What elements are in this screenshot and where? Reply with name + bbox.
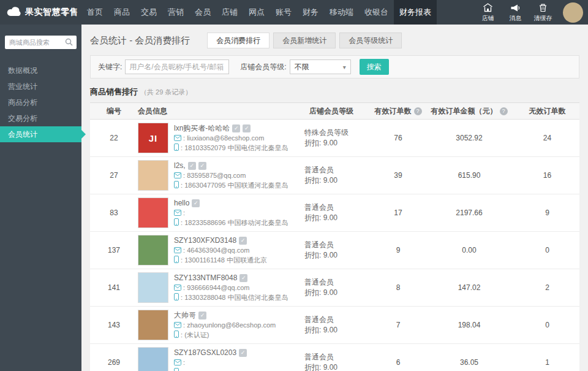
shop-button[interactable]: 店铺 bbox=[474, 0, 502, 25]
grade-select[interactable]: 不限 ▾ bbox=[290, 59, 351, 74]
member-avatar bbox=[138, 235, 168, 266]
nav-item[interactable]: 财务报表 bbox=[394, 0, 437, 25]
sidebar-item[interactable]: 会员统计 bbox=[0, 126, 81, 142]
tab[interactable]: 会员等级统计 bbox=[339, 33, 402, 48]
member-id: 269 bbox=[90, 344, 138, 371]
keyword-label: 关键字: bbox=[98, 62, 122, 72]
member-discount: 折扣: 9.00 bbox=[304, 175, 373, 186]
filter-bar: 关键字: 店铺会员等级: 不限 ▾ 搜索 bbox=[90, 55, 579, 78]
member-name: SZY133NTMF8048 bbox=[174, 273, 237, 282]
valid-order-count: 8 bbox=[373, 269, 423, 307]
member-ranking-table: 编号会员信息店铺会员等级有效订单数?有效订单金额（元）?无效订单数 22JIlx… bbox=[90, 102, 579, 371]
valid-order-amount: 3052.92 bbox=[423, 120, 515, 157]
sidebar-item[interactable]: 数据概况 bbox=[0, 63, 81, 78]
message-icon bbox=[510, 4, 521, 14]
user-avatar[interactable] bbox=[563, 2, 583, 23]
member-badge-icon: ✓ bbox=[198, 162, 206, 170]
section-head: 商品销售排行 （共 29 条记录） bbox=[90, 86, 579, 98]
member-avatar bbox=[138, 347, 168, 371]
search-icon[interactable] bbox=[65, 38, 73, 46]
nav-item[interactable]: 交易 bbox=[135, 0, 162, 25]
member-discount: 折扣: 9.00 bbox=[304, 325, 373, 335]
nav-item[interactable]: 营销 bbox=[162, 0, 189, 25]
nav-item[interactable]: 会员 bbox=[189, 0, 216, 25]
sidebar: 数据概况营业统计商品分析交易分析会员统计 bbox=[0, 25, 81, 371]
help-icon[interactable]: ? bbox=[500, 107, 508, 115]
phone-icon bbox=[174, 293, 179, 300]
member-name: l2s, bbox=[174, 161, 186, 170]
invalid-order-count: 9 bbox=[515, 194, 579, 232]
help-icon[interactable]: ? bbox=[414, 107, 422, 115]
tab[interactable]: 会员消费排行 bbox=[207, 33, 270, 48]
member-id: 143 bbox=[90, 307, 138, 344]
app-window: 果实智慧零售 首页商品交易营销会员店铺网点账号财务移动端收银台财务报表 店铺消息… bbox=[0, 0, 588, 371]
grade-select-value: 不限 bbox=[295, 62, 309, 72]
page-head: 会员统计 - 会员消费排行 会员消费排行会员新增统计会员等级统计 bbox=[90, 31, 579, 50]
valid-order-amount: 0.00 bbox=[423, 232, 515, 269]
valid-order-amount: 198.04 bbox=[423, 307, 515, 344]
tool-label: 店铺 bbox=[482, 15, 494, 21]
member-badge-icon: ✓ bbox=[232, 124, 240, 132]
table-body: 22JIlxn购买者-哈哈哈✓✓ : liuxiaona@68ecshop.co… bbox=[90, 120, 579, 371]
member-badge-icon: ✓ bbox=[239, 237, 247, 245]
sidebar-item[interactable]: 交易分析 bbox=[0, 110, 81, 126]
member-grade: 普通会员 bbox=[304, 202, 373, 213]
grade-label: 店铺会员等级: bbox=[240, 62, 286, 72]
column-header-label: 店铺会员等级 bbox=[309, 107, 353, 115]
member-email: liuxiaona@68ecshop.com bbox=[187, 134, 264, 142]
sidebar-item[interactable]: 营业统计 bbox=[0, 78, 81, 94]
member-email: 936666944@qq.com bbox=[187, 284, 249, 291]
member-grade: 普通会员 bbox=[304, 277, 373, 288]
clear-cache-icon bbox=[538, 3, 548, 14]
email-icon bbox=[174, 359, 181, 365]
email-icon bbox=[174, 135, 181, 141]
member-id: 22 bbox=[90, 120, 138, 157]
valid-order-amount: 147.02 bbox=[423, 269, 515, 307]
clear-cache-button[interactable]: 清缓存 bbox=[529, 0, 557, 25]
tool-label: 清缓存 bbox=[534, 15, 552, 21]
invalid-order-count: 24 bbox=[515, 120, 579, 157]
nav-item[interactable]: 账号 bbox=[270, 0, 297, 25]
nav-item[interactable]: 首页 bbox=[81, 0, 108, 25]
table-row: 27l2s,✓✓ : 83595875@qq.com : 18630477095… bbox=[90, 157, 579, 194]
keyword-input[interactable] bbox=[125, 59, 229, 74]
search-button[interactable]: 搜索 bbox=[360, 59, 389, 75]
member-discount: 折扣: 9.00 bbox=[304, 362, 373, 371]
sidebar-menu: 数据概况营业统计商品分析交易分析会员统计 bbox=[0, 63, 81, 142]
member-id: 27 bbox=[90, 157, 138, 194]
valid-order-amount: 2197.66 bbox=[423, 194, 515, 232]
nav-item[interactable]: 网点 bbox=[243, 0, 270, 25]
nav-item[interactable]: 财务 bbox=[297, 0, 324, 25]
valid-order-amount: 615.90 bbox=[423, 157, 515, 194]
nav-item[interactable]: 收银台 bbox=[359, 0, 394, 25]
main-menu: 首页商品交易营销会员店铺网点账号财务移动端收银台财务报表 bbox=[81, 0, 437, 25]
column-header: 会员信息 bbox=[138, 103, 304, 120]
table-row: 143大帅哥✓ : zhaoyunlong@68ecshop.com : (未认… bbox=[90, 307, 579, 344]
member-name: lxn购买者-哈哈哈 bbox=[174, 124, 230, 132]
phone-icon bbox=[174, 218, 179, 226]
record-count: （共 29 条记录） bbox=[140, 88, 192, 97]
member-avatar: JI bbox=[138, 123, 168, 153]
member-discount: 折扣: 9.00 bbox=[304, 288, 373, 298]
page-title: 会员统计 - 会员消费排行 bbox=[90, 35, 190, 47]
nav-item[interactable]: 商品 bbox=[108, 0, 135, 25]
logo[interactable]: 果实智慧零售 bbox=[0, 0, 81, 25]
sidebar-search bbox=[5, 36, 77, 49]
member-phone: (未认证) bbox=[184, 331, 209, 338]
column-header: 有效订单数? bbox=[373, 103, 423, 120]
email-icon bbox=[174, 322, 181, 328]
member-badge-icon: ✓ bbox=[198, 312, 206, 319]
email-icon bbox=[174, 285, 181, 291]
message-button[interactable]: 消息 bbox=[502, 0, 529, 25]
nav-item[interactable]: 移动端 bbox=[324, 0, 359, 25]
member-badge-icon: ✓ bbox=[188, 162, 196, 170]
column-header: 编号 bbox=[90, 103, 138, 120]
table-row: 141SZY133NTMF8048✓ : 936666944@qq.com : … bbox=[90, 269, 579, 307]
column-header-label: 有效订单金额（元） bbox=[431, 107, 497, 115]
nav-item[interactable]: 店铺 bbox=[216, 0, 243, 25]
tab[interactable]: 会员新增统计 bbox=[273, 33, 336, 48]
sidebar-item[interactable]: 商品分析 bbox=[0, 94, 81, 110]
member-grade: 普通会员 bbox=[304, 352, 373, 362]
member-avatar bbox=[138, 310, 168, 340]
email-icon bbox=[174, 210, 181, 216]
